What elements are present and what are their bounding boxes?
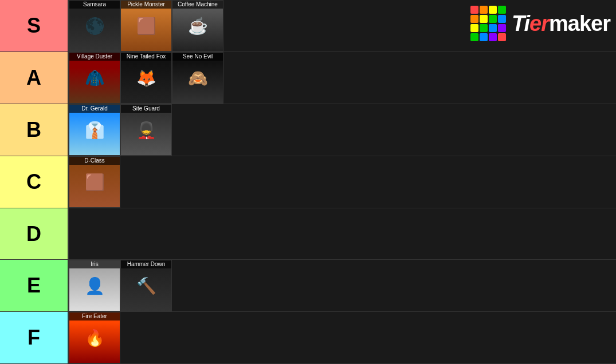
tier-item-label-dr-gerald: Dr. Gerald xyxy=(69,105,120,113)
logo-cell xyxy=(489,33,497,41)
tier-item-label-coffee-machine: Coffee Machine xyxy=(172,1,223,9)
tier-content-c: D-Class🟫 xyxy=(69,156,616,208)
tier-label-a: A xyxy=(0,52,69,104)
tier-item-label-see-no-evil: See No Evil xyxy=(172,53,223,61)
logo-cell xyxy=(480,24,488,32)
tier-content-e: Iris👤Hammer Down🔨 xyxy=(69,260,616,311)
tier-row-c: CD-Class🟫 xyxy=(0,156,616,208)
tier-label-c: C xyxy=(0,156,69,208)
logo-cell xyxy=(498,33,506,41)
logo-cell xyxy=(498,6,506,14)
logo-area: Tiermaker xyxy=(470,6,610,41)
tier-item-nine-tailed-fox[interactable]: Nine Tailed Fox🦊 xyxy=(120,52,172,104)
tier-item-samsara[interactable]: Samsara🌑 xyxy=(69,0,120,52)
tier-label-e: E xyxy=(0,260,69,311)
logo-cell xyxy=(489,6,497,14)
tier-table: SSamsara🌑Pickle Monster🟫Coffee Machine☕A… xyxy=(0,0,616,364)
tier-item-fire-eater[interactable]: Fire Eater🔥 xyxy=(69,312,120,363)
tier-item-hammer-down[interactable]: Hammer Down🔨 xyxy=(120,260,172,311)
tier-item-site-guard[interactable]: Site Guard💂 xyxy=(120,104,172,156)
tier-item-label-nine-tailed-fox: Nine Tailed Fox xyxy=(121,53,171,61)
logo-cell xyxy=(498,24,506,32)
tier-label-b: B xyxy=(0,104,69,156)
logo-cell xyxy=(489,15,497,23)
tier-item-village-duster[interactable]: Village Duster🧥 xyxy=(69,52,120,104)
tier-item-label-pickle-monster: Pickle Monster xyxy=(121,1,171,9)
tier-item-label-village-duster: Village Duster xyxy=(69,53,120,61)
logo-cell xyxy=(470,24,478,32)
tier-label-s: S xyxy=(0,0,69,52)
logo-cell xyxy=(480,33,488,41)
logo-cell xyxy=(470,15,478,23)
logo-cell xyxy=(498,15,506,23)
logo-er: er xyxy=(529,11,549,35)
tier-content-b: Dr. Gerald👔Site Guard💂 xyxy=(69,104,616,156)
tier-item-d-class[interactable]: D-Class🟫 xyxy=(69,156,120,208)
logo-grid xyxy=(470,6,506,41)
tier-row-d: D xyxy=(0,208,616,260)
logo-cell xyxy=(470,6,478,14)
logo-cell xyxy=(470,33,478,41)
tier-content-d xyxy=(69,208,616,259)
tier-item-label-site-guard: Site Guard xyxy=(121,105,171,113)
tier-row-f: FFire Eater🔥 xyxy=(0,312,616,364)
tier-item-see-no-evil[interactable]: See No Evil🙈 xyxy=(172,52,223,104)
logo-text-tier: Ti xyxy=(512,11,529,35)
logo-text: Tiermaker xyxy=(512,11,610,36)
logo-cell xyxy=(489,24,497,32)
tier-item-label-hammer-down: Hammer Down xyxy=(121,260,171,268)
tier-item-pickle-monster[interactable]: Pickle Monster🟫 xyxy=(120,0,172,52)
tier-item-label-samsara: Samsara xyxy=(69,1,120,9)
tier-item-coffee-machine[interactable]: Coffee Machine☕ xyxy=(172,0,223,52)
tier-item-iris[interactable]: Iris👤 xyxy=(69,260,120,311)
tier-item-label-iris: Iris xyxy=(69,260,120,268)
logo-cell xyxy=(480,6,488,14)
tier-label-f: F xyxy=(0,312,69,363)
tier-item-label-fire-eater: Fire Eater xyxy=(69,312,120,321)
tier-item-label-d-class: D-Class xyxy=(69,157,120,165)
tier-label-d: D xyxy=(0,208,69,259)
logo-maker: maker xyxy=(549,11,610,35)
logo-cell xyxy=(480,15,488,23)
tier-item-dr-gerald[interactable]: Dr. Gerald👔 xyxy=(69,104,120,156)
tier-content-a: Village Duster🧥Nine Tailed Fox🦊See No Ev… xyxy=(69,52,616,104)
tier-row-a: AVillage Duster🧥Nine Tailed Fox🦊See No E… xyxy=(0,52,616,104)
tier-row-e: EIris👤Hammer Down🔨 xyxy=(0,260,616,312)
tier-row-b: BDr. Gerald👔Site Guard💂 xyxy=(0,104,616,156)
tier-content-f: Fire Eater🔥 xyxy=(69,312,616,363)
